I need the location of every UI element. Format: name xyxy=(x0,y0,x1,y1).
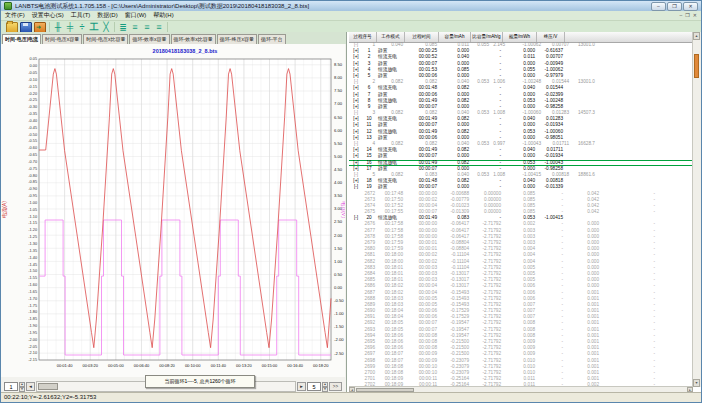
open-file-icon[interactable] xyxy=(6,22,18,33)
tab-cycle-efficiency-spec-capacity[interactable]: 循环-效率x比容量 xyxy=(171,34,216,44)
right-axis-tick-label: 4.00 xyxy=(334,180,343,185)
maximize-button[interactable]: ❐ xyxy=(667,2,682,11)
table-cell: 18861.6 xyxy=(571,172,693,178)
column-header[interactable]: 过程序号 xyxy=(349,32,377,42)
app-icon xyxy=(4,2,12,10)
tab-cycle-platform[interactable]: 循环-平台 xyxy=(258,34,286,44)
tab-cycle-efficiency-capacity[interactable]: 循环-效率x容量 xyxy=(129,34,169,44)
right-axis-tick-label: 8.00 xyxy=(334,75,343,80)
left-axis-tick-label: -1.90 xyxy=(28,324,37,328)
zoom-x-icon[interactable]: ╫ xyxy=(53,22,63,32)
save-icon[interactable] xyxy=(20,22,32,33)
mdi-minimize-button[interactable]: – xyxy=(680,12,683,19)
fit-view-icon[interactable]: 工 xyxy=(89,22,99,32)
cycle-scrollbar-thumb[interactable] xyxy=(38,383,58,390)
scroll-right-button[interactable]: ► xyxy=(297,382,306,391)
vertical-scrollbar[interactable]: ▲ ▼ xyxy=(692,32,701,387)
cycle-start-spin-buttons[interactable]: ▲▼ xyxy=(19,382,25,391)
column-header[interactable] xyxy=(565,32,693,42)
scroll-left-button[interactable]: ◄ xyxy=(26,382,35,391)
left-axis-tick-label: -0.75 xyxy=(28,167,37,171)
close-button[interactable]: ✕ xyxy=(683,2,698,11)
step-list-icon[interactable]: ≡ xyxy=(142,22,152,32)
right-axis-tick-label: 7.00 xyxy=(334,101,343,106)
x-axis-tick-label: 00:05:00 xyxy=(108,363,124,368)
right-axis-tick-label: 8.50 xyxy=(334,62,343,67)
cycle-start-spinner[interactable]: 1 xyxy=(4,382,18,391)
left-axis-tick-label: -0.10 xyxy=(28,78,37,82)
right-axis-tick-label: -2.50 xyxy=(334,351,344,356)
left-axis-tick-label: -1.70 xyxy=(28,297,37,301)
table-cell: 14507.3 xyxy=(571,110,693,116)
minimize-button[interactable]: – xyxy=(651,2,666,11)
right-axis-tick-label: 5.50 xyxy=(334,141,343,146)
left-axis-tick-label: -1.35 xyxy=(28,249,37,253)
left-axis-tick-label: -2.00 xyxy=(28,338,37,342)
column-header[interactable]: 能量/mWh xyxy=(503,32,537,42)
left-axis-tick-label: -1.60 xyxy=(28,283,37,287)
right-axis-tick-label: 0.50 xyxy=(334,272,343,277)
cycle-end-spin-buttons[interactable]: ▲▼ xyxy=(322,382,328,391)
fast-forward-button[interactable]: >> xyxy=(329,382,342,391)
column-header[interactable]: 终压/V xyxy=(537,32,565,42)
left-axis-tick-label: -1.75 xyxy=(28,304,37,308)
right-axis-tick-label: -1.50 xyxy=(334,324,344,329)
menu-file[interactable]: 文件(F) xyxy=(5,11,25,20)
tab-time-voltage-capacity[interactable]: 时间-电压x容量 xyxy=(42,34,82,44)
split-view-icon[interactable]: ÷ xyxy=(77,22,87,32)
menu-tools[interactable]: 工具(T) xyxy=(71,11,91,20)
scroll-down-icon[interactable]: ▼ xyxy=(693,379,700,387)
cycle-list-icon[interactable]: ≡ xyxy=(130,22,140,32)
menu-data[interactable]: 数据(D) xyxy=(97,11,117,20)
cursor-readout: 00:22:10;Y=-2.61632;Y2=-5.31753 xyxy=(4,394,96,400)
menu-window[interactable]: 窗口(W) xyxy=(125,11,147,20)
mdi-restore-button[interactable]: ❐ xyxy=(685,12,689,19)
column-header[interactable]: 过程时间 xyxy=(405,32,439,42)
left-axis-tick-label: -2.10 xyxy=(28,351,37,355)
time-voltage-current-chart: 8.508.007.507.006.506.005.505.004.504.00… xyxy=(1,44,345,377)
chart-tab-strip: 时间-电压|电流时间-电压x容量时间-电压x比容量循环-效率x容量循环-效率x比… xyxy=(1,32,346,44)
tab-cycle-endvoltage-capacity[interactable]: 循环-终压x容量 xyxy=(217,34,257,44)
table-cell: 13001.0 xyxy=(571,79,693,85)
tab-time-voltage-spec-capacity[interactable]: 时间-电压x比容量 xyxy=(83,34,128,44)
scroll-up-icon[interactable]: ▲ xyxy=(693,32,700,40)
left-axis-tick-label: -0.65 xyxy=(28,153,37,157)
menu-settings-center[interactable]: 设置中心(S) xyxy=(32,11,64,20)
chart-title: 20180418183038_2_8.bts xyxy=(153,48,218,54)
clear-zoom-icon[interactable]: ╳ xyxy=(101,22,111,32)
mdi-close-button[interactable]: ✕ xyxy=(693,12,697,19)
right-axis-tick-label: 0.00 xyxy=(334,285,343,290)
zoom-y-icon[interactable]: ╪ xyxy=(65,22,75,32)
left-axis-tick-label: -1.30 xyxy=(28,242,37,246)
column-header[interactable]: 比容量/mAh/g xyxy=(471,32,503,42)
cycle-range-tooltip: 当前循环1----5, 总共1260个循环 xyxy=(145,375,255,388)
title-bar: LANBTS电池测试系统1.1.705.158 - [C:\Users\Admi… xyxy=(1,1,701,11)
left-axis-tick-label: -0.60 xyxy=(28,146,37,150)
column-header[interactable]: 容量/mAh xyxy=(439,32,471,42)
right-axis-tick-label: 2.50 xyxy=(334,219,343,224)
window-title: LANBTS电池测试系统1.1.705.158 - [C:\Users\Admi… xyxy=(15,2,648,11)
vertical-scrollbar-thumb[interactable] xyxy=(694,54,699,78)
cycle-end-spinner[interactable]: 5 xyxy=(307,382,321,391)
x-axis-tick-label: 00:15:00 xyxy=(262,363,278,368)
left-axis-tick-label: -0.05 xyxy=(28,71,37,75)
chart-area[interactable]: 8.508.007.507.006.506.005.505.004.504.00… xyxy=(1,44,345,377)
left-axis-tick-label: -0.15 xyxy=(28,85,37,89)
table-cell: - xyxy=(601,209,657,215)
chart-panel: 时间-电压|电流时间-电压x容量时间-电压x比容量循环-效率x容量循环-效率x比… xyxy=(1,32,347,393)
column-header[interactable]: 工作模式 xyxy=(377,32,405,42)
export-icon[interactable] xyxy=(34,22,46,33)
left-axis-tick-label: -0.40 xyxy=(28,119,37,123)
left-axis-tick-label: -1.50 xyxy=(28,269,37,273)
left-axis-tick-label: -0.70 xyxy=(28,160,37,164)
record-list-icon[interactable]: ≡ xyxy=(154,22,164,32)
data-grid-icon[interactable]: ≣ xyxy=(118,22,128,32)
x-axis-tick-label: 00:01:40 xyxy=(57,363,73,368)
menu-help[interactable]: 帮助(H) xyxy=(153,11,173,20)
left-axis-tick-label: -0.85 xyxy=(28,180,37,184)
table-body[interactable]: [-]10.0400.0850.0110.0552.145-1.000620.0… xyxy=(349,42,693,387)
x-axis-tick-label: 00:03:20 xyxy=(82,363,98,368)
right-axis-tick-label: -0.50 xyxy=(334,298,344,303)
status-bar: 00:22:10;Y=-2.61632;Y2=-5.31753 xyxy=(1,392,701,402)
tab-time-voltage-current[interactable]: 时间-电压|电流 xyxy=(2,34,41,44)
